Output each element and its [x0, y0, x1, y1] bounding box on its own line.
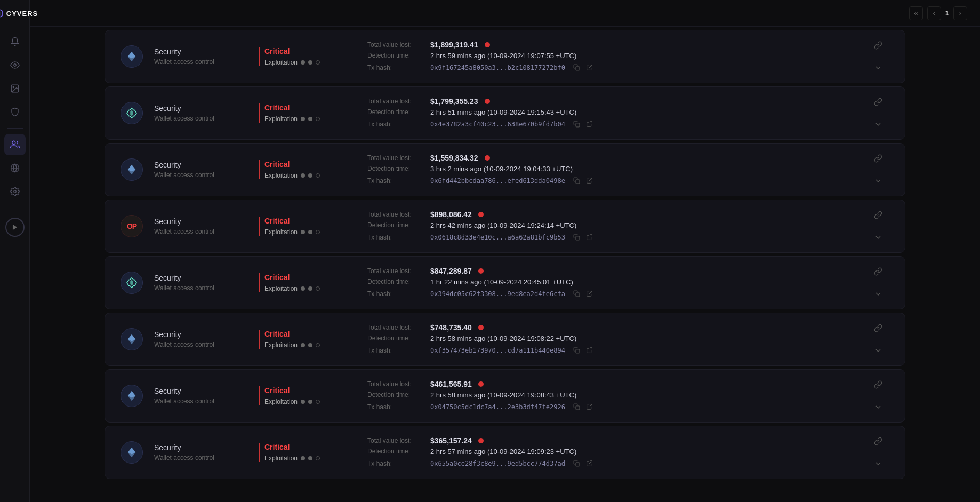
svg-marker-9	[12, 225, 17, 230]
copy-icon	[573, 403, 580, 410]
share-link-button[interactable]	[871, 208, 886, 222]
chevron-down-icon	[874, 63, 882, 72]
share-link-button[interactable]	[871, 321, 886, 336]
hash-row: Tx hash: 0x394dc05c62f3308...9ed8ea2d4fe…	[367, 289, 862, 299]
eth-icon	[121, 385, 143, 407]
copy-hash-button[interactable]	[572, 119, 582, 130]
dot-3	[316, 117, 320, 121]
time-row: Detection time: 2 hrs 51 mins ago (10-09…	[367, 108, 862, 116]
link-icon	[874, 98, 882, 106]
alert-icon-section	[116, 158, 148, 181]
copy-icon	[573, 177, 580, 184]
expand-button[interactable]	[871, 343, 886, 358]
svg-line-15	[589, 122, 592, 125]
copy-hash-button[interactable]	[572, 402, 582, 412]
copy-hash-button[interactable]	[572, 289, 582, 299]
svg-line-21	[589, 235, 592, 238]
hash-label: Tx hash:	[367, 64, 426, 71]
hash-row: Tx hash: 0x0618c8d33e4e10c...a6a62a81bfc…	[367, 232, 862, 243]
sidebar-divider-2	[7, 208, 23, 208]
sidebar-play-button[interactable]	[5, 218, 25, 237]
alert-sub-label: Wallet access control	[154, 58, 254, 66]
hash-row: Tx hash: 0x6fd442bbcdaa786...efed613dda0…	[367, 176, 862, 186]
pagination-prev[interactable]: ‹	[927, 6, 941, 20]
sidebar-item-eye[interactable]	[4, 54, 26, 76]
alert-actions-section	[862, 321, 894, 358]
severity-badge: Critical	[264, 217, 355, 225]
alerts-list: Security Wallet access control Critical …	[30, 27, 980, 502]
external-link-button[interactable]	[584, 62, 595, 73]
alert-severity-section: Critical Exploitation	[259, 330, 355, 349]
share-link-button[interactable]	[871, 151, 886, 166]
share-link-button[interactable]	[871, 264, 886, 279]
expand-button[interactable]	[871, 286, 886, 301]
dot-2	[308, 117, 312, 121]
alert-icon-section: OP	[116, 215, 148, 237]
share-link-button[interactable]	[871, 377, 886, 392]
external-link-button[interactable]	[584, 345, 595, 356]
external-link-button[interactable]	[584, 176, 595, 186]
exploit-text: Exploitation	[264, 172, 298, 179]
sidebar-item-settings[interactable]	[4, 181, 26, 202]
svg-rect-22	[576, 293, 580, 297]
hash-value: 0xf357473eb173970...cd7a111b440e894	[430, 347, 565, 354]
exploit-label: Exploitation	[264, 172, 355, 179]
pagination-first[interactable]: «	[909, 6, 923, 20]
copy-hash-button[interactable]	[572, 232, 582, 243]
external-link-button[interactable]	[584, 289, 595, 299]
expand-button[interactable]	[871, 60, 886, 75]
logo-icon	[0, 7, 3, 19]
copy-hash-button[interactable]	[572, 62, 582, 73]
svg-point-8	[13, 190, 16, 193]
alert-severity-section: Critical Exploitation	[259, 273, 355, 292]
svg-rect-26	[576, 349, 580, 353]
copy-icon	[573, 234, 580, 241]
expand-button[interactable]	[871, 173, 886, 188]
expand-button[interactable]	[871, 230, 886, 245]
external-link-button[interactable]	[584, 458, 595, 469]
dot-1	[301, 456, 305, 460]
exploit-text: Exploitation	[264, 115, 298, 123]
sidebar: CYVERS	[0, 0, 30, 502]
eye-icon	[10, 60, 20, 70]
share-link-button[interactable]	[871, 434, 886, 449]
time-label: Detection time:	[367, 221, 426, 229]
external-link-button[interactable]	[584, 119, 595, 130]
sidebar-item-globe[interactable]	[4, 157, 26, 179]
value-label: Total value lost:	[367, 437, 426, 444]
svg-rect-18	[576, 180, 580, 184]
expand-button[interactable]	[871, 456, 886, 471]
sidebar-item-shield[interactable]	[4, 101, 26, 123]
value-label: Total value lost:	[367, 41, 426, 49]
sidebar-item-users[interactable]	[4, 134, 26, 155]
alert-actions-section	[862, 377, 894, 415]
hash-row: Tx hash: 0x655a0ce28f3c8e9...9ed5bcc774d…	[367, 458, 862, 469]
alert-row: Security Wallet access control Critical …	[105, 143, 905, 196]
external-link-button[interactable]	[584, 402, 595, 412]
bell-icon	[10, 37, 20, 46]
alert-type-section: Security Wallet access control	[148, 161, 254, 179]
copy-hash-button[interactable]	[572, 176, 582, 186]
alert-sub-label: Wallet access control	[154, 171, 254, 179]
hash-label: Tx hash:	[367, 177, 426, 185]
copy-hash-button[interactable]	[572, 345, 582, 356]
time-label: Detection time:	[367, 391, 426, 399]
share-link-button[interactable]	[871, 94, 886, 109]
link-icon	[874, 41, 882, 50]
sidebar-item-image[interactable]	[4, 78, 26, 99]
time-row: Detection time: 2 hrs 59 mins ago (10-09…	[367, 52, 862, 60]
external-link-button[interactable]	[584, 232, 595, 243]
pagination-next[interactable]: ›	[953, 6, 967, 20]
expand-button[interactable]	[871, 117, 886, 132]
copy-hash-button[interactable]	[572, 458, 582, 469]
expand-button[interactable]	[871, 400, 886, 415]
exploit-label: Exploitation	[264, 59, 355, 66]
external-icon	[586, 177, 593, 184]
sidebar-item-notifications[interactable]	[4, 31, 26, 52]
time-row: Detection time: 2 hrs 57 mins ago (10-09…	[367, 448, 862, 456]
chevron-down-icon	[874, 459, 882, 468]
topbar: « ‹ 1 ›	[30, 0, 980, 27]
share-link-button[interactable]	[871, 38, 886, 53]
dot-1	[301, 286, 305, 291]
alert-type-section: Security Wallet access control	[148, 387, 254, 405]
